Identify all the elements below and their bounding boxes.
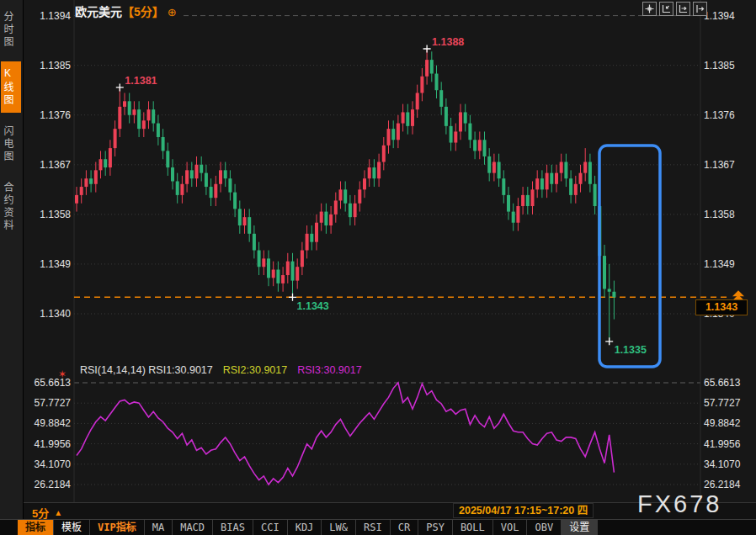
sidebar-tab-3[interactable]: 合约资料 bbox=[1, 176, 21, 238]
price-axis-label-left: 1.1367 bbox=[22, 158, 71, 172]
rsi-axis-label-right: 57.7727 bbox=[704, 396, 754, 410]
sidebar: 分时图K线图闪电图合约资料 bbox=[0, 0, 24, 535]
highlight-box bbox=[599, 146, 660, 367]
rsi-header: RSI(14,14,14) RSI1:30.9017RSI2:30.9017RS… bbox=[80, 364, 362, 376]
rsi-params-label: RSI(14,14,14) RSI1:30.9017 bbox=[80, 364, 213, 376]
price-axis-label-right: 1.1394 bbox=[704, 9, 754, 23]
scale-price-icon[interactable] bbox=[659, 2, 673, 16]
price-axis-label-right: 1.1367 bbox=[704, 158, 754, 172]
price-cross-marker bbox=[116, 83, 124, 91]
sidebar-tab-2[interactable]: 闪电图 bbox=[1, 119, 21, 169]
price-axis-label-left: 1.1385 bbox=[22, 59, 71, 72]
price-cross-marker bbox=[289, 294, 296, 301]
price-axis-label-right: 1.1349 bbox=[704, 257, 754, 271]
sidebar-tab-1[interactable]: K线图 bbox=[1, 61, 21, 113]
indicator-tab[interactable]: VOL bbox=[493, 520, 528, 535]
price-cross-marker bbox=[605, 337, 613, 345]
indicator-tab[interactable]: BIAS bbox=[213, 520, 253, 535]
price-axis-label-left: 1.1358 bbox=[22, 208, 71, 221]
indicator-tabbar: 指标模板VIP指标MAMACDBIASCCIKDJLW&RSICRPSYBOLL… bbox=[0, 519, 756, 535]
period-up-icon: ▲ bbox=[54, 508, 62, 517]
price-axis-label-left: 1.1340 bbox=[22, 307, 71, 320]
indicator-tab[interactable]: 模板 bbox=[54, 520, 90, 535]
indicator-tab[interactable]: CCI bbox=[253, 520, 288, 535]
chart-canvas[interactable]: 1.13811.13881.13431.1335 bbox=[0, 0, 756, 535]
rsi-line bbox=[77, 383, 614, 485]
rsi-axis-label-left: 49.8842 bbox=[22, 416, 71, 430]
indicator-tab[interactable]: MACD bbox=[173, 520, 213, 535]
indicator-tab[interactable]: BOLL bbox=[453, 520, 493, 535]
shift-right-icon[interactable] bbox=[693, 2, 707, 16]
price-axis-label-right: 1.1385 bbox=[704, 59, 754, 72]
indicator-tab[interactable]: CR bbox=[391, 520, 418, 535]
rsi2-value-label: RSI2:30.9017 bbox=[223, 364, 287, 376]
rsi3-value-label: RSI3:30.9017 bbox=[297, 364, 361, 376]
indicator-tab[interactable]: KDJ bbox=[288, 520, 322, 535]
price-axis-label-right: 1.1376 bbox=[704, 109, 754, 122]
period-tag[interactable]: 【5分】 bbox=[122, 5, 164, 19]
trading-app-window: 1.13811.13881.13431.1335 分时图K线图闪电图合约资料 欧… bbox=[0, 0, 756, 535]
indicator-tab[interactable]: RSI bbox=[356, 520, 391, 535]
rsi-axis-label-left: 34.1070 bbox=[22, 458, 71, 471]
symbol-title: 欧元美元 bbox=[75, 5, 122, 19]
sidebar-tab-0[interactable]: 分时图 bbox=[1, 5, 21, 55]
watermark: FX678 bbox=[637, 490, 721, 518]
price-annotation: 1.1381 bbox=[125, 75, 157, 87]
scale-time-icon[interactable] bbox=[676, 2, 690, 16]
rsi-panel-marker-icon: ✶ bbox=[58, 368, 67, 380]
chart-toolbar bbox=[642, 2, 707, 16]
price-cross-marker bbox=[423, 45, 431, 52]
circle-plus-icon[interactable]: ⊕ bbox=[168, 6, 177, 19]
rsi-axis-label-right: 65.6613 bbox=[704, 376, 754, 389]
rsi-axis-label-right: 49.8842 bbox=[704, 416, 754, 430]
chart-header: 欧元美元【5分】⊕ bbox=[75, 3, 184, 18]
current-price-label: 1.1343 bbox=[695, 299, 748, 315]
indicator-tab[interactable]: LW& bbox=[322, 520, 356, 535]
indicator-tab[interactable]: PSY bbox=[418, 520, 453, 535]
indicator-tab[interactable]: VIP指标 bbox=[90, 520, 145, 535]
price-annotation: 1.1388 bbox=[432, 36, 464, 48]
indicator-tab[interactable]: 设置 bbox=[562, 520, 598, 535]
rsi-axis-label-right: 41.9956 bbox=[704, 437, 754, 451]
rsi-axis-label-right: 34.1070 bbox=[704, 458, 754, 471]
rsi-axis-label-right: 26.2184 bbox=[704, 478, 754, 491]
rsi-axis-label-left: 57.7727 bbox=[22, 396, 71, 410]
price-axis-label-left: 1.1349 bbox=[22, 257, 71, 271]
price-annotation: 1.1335 bbox=[615, 344, 647, 356]
price-axis-label-left: 1.1394 bbox=[22, 9, 71, 23]
indicator-tab[interactable]: 指标 bbox=[18, 520, 54, 535]
price-annotation: 1.1343 bbox=[297, 300, 329, 312]
crosshair-icon[interactable] bbox=[642, 2, 657, 16]
price-axis-label-right: 1.1358 bbox=[704, 208, 754, 221]
price-axis-label-left: 1.1376 bbox=[22, 109, 71, 122]
indicator-tab[interactable]: OBV bbox=[527, 520, 562, 535]
rsi-axis-label-left: 26.2184 bbox=[22, 478, 71, 491]
candle-datetime-label: 2025/04/17 17:15~17:20 四 bbox=[453, 503, 594, 518]
rsi-axis-label-left: 41.9956 bbox=[22, 437, 71, 451]
indicator-tab[interactable]: MA bbox=[145, 520, 173, 535]
